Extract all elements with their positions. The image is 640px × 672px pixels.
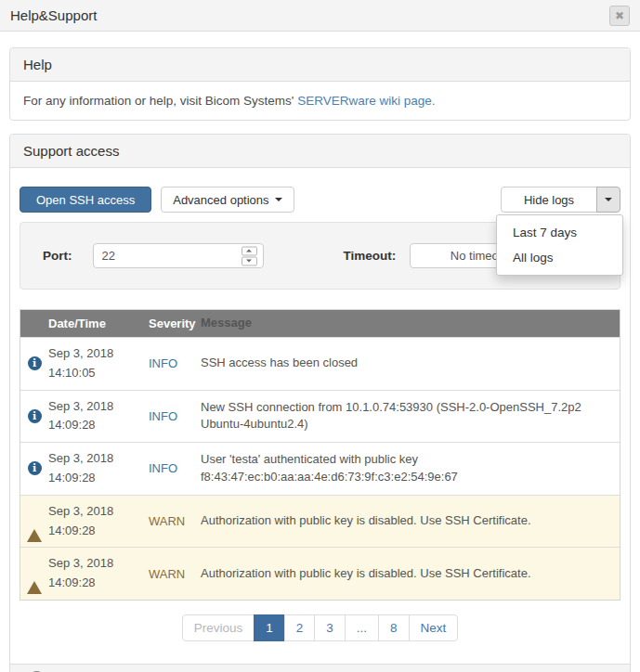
logs-dropdown-item[interactable]: All logs	[497, 245, 622, 270]
header-date-time: Date/Time	[48, 317, 149, 330]
chevron-down-icon	[275, 198, 282, 201]
log-date: Sep 3, 2018	[48, 554, 149, 574]
port-input[interactable]	[93, 243, 264, 268]
log-severity: INFO	[149, 356, 191, 370]
log-table: Date/Time Severity Message i ! Sep 3, 20…	[20, 309, 620, 601]
help-panel: Help For any information or help, visit …	[9, 47, 631, 121]
dialog-content: Help For any information or help, visit …	[0, 32, 640, 672]
port-field-group: Port:	[43, 243, 264, 268]
logs-dropdown-toggle[interactable]	[596, 187, 620, 213]
ssh-status-bar: SSH access is closed.	[10, 664, 630, 672]
support-panel-body: Open SSH access Advanced options Hide lo…	[10, 168, 630, 653]
log-table-row: i ! Sep 3, 2018 14:09:28 WARN Authorizat…	[20, 495, 620, 548]
header-message: Message	[191, 315, 620, 332]
port-label: Port:	[43, 249, 72, 263]
dialog-titlebar: Help&Support ✖	[0, 0, 640, 32]
log-table-row: i ! Sep 3, 2018 14:10:05 INFO SSH access…	[20, 337, 620, 390]
log-date: Sep 3, 2018	[48, 397, 149, 417]
log-severity: INFO	[149, 409, 191, 423]
open-ssh-access-button[interactable]: Open SSH access	[20, 187, 151, 213]
support-access-panel: Support access Open SSH access Advanced …	[9, 134, 631, 672]
advanced-options-label: Advanced options	[173, 193, 268, 207]
dialog-title: Help&Support	[10, 7, 97, 23]
pagination: Previous 1 2 3 ... 8 Next	[20, 614, 620, 641]
log-message: New SSH connection from 10.1.0.74:53930 …	[191, 399, 620, 434]
header-severity: Severity	[149, 317, 191, 330]
log-table-row: i ! Sep 3, 2018 14:09:28 INFO User 'test…	[20, 442, 620, 495]
log-time: 14:10:05	[48, 364, 149, 383]
log-date: Sep 3, 2018	[48, 502, 149, 522]
close-icon[interactable]: ✖	[609, 6, 630, 26]
serverware-wiki-link[interactable]: SERVERware wiki page.	[297, 94, 435, 108]
pagination-item[interactable]: Next	[410, 614, 459, 641]
logs-dropdown-item[interactable]: Last 7 days	[497, 220, 622, 245]
log-message: Authorization with public key is disable…	[191, 512, 620, 530]
hide-logs-button[interactable]: Hide logs	[501, 187, 597, 213]
info-icon: i	[28, 356, 42, 370]
log-table-header: Date/Time Severity Message	[20, 310, 620, 337]
log-time: 14:09:28	[48, 416, 149, 435]
log-date: Sep 3, 2018	[48, 344, 149, 364]
info-icon: i	[28, 461, 42, 475]
pagination-item[interactable]: Previous	[182, 614, 255, 641]
advanced-options-button[interactable]: Advanced options	[161, 187, 294, 213]
log-time: 14:09:28	[48, 574, 149, 593]
log-severity: WARN	[149, 567, 191, 581]
pagination-item[interactable]: 3	[315, 614, 346, 641]
log-message: Authorization with public key is disable…	[191, 565, 620, 583]
log-message: SSH access has been closed	[191, 355, 620, 372]
timeout-label: Timeout:	[344, 249, 397, 263]
log-table-body: i ! Sep 3, 2018 14:10:05 INFO SSH access…	[20, 337, 620, 600]
logs-split-button: Hide logs	[501, 187, 620, 213]
help-text: For any information or help, visit Bicom…	[23, 94, 297, 108]
warning-icon: !	[27, 567, 42, 580]
pagination-item[interactable]: ...	[346, 614, 379, 641]
log-severity: INFO	[149, 461, 191, 475]
help-panel-heading: Help	[10, 48, 630, 82]
pagination-item[interactable]: 8	[379, 614, 410, 641]
support-toolbar: Open SSH access Advanced options Hide lo…	[20, 187, 620, 213]
info-icon: i	[28, 409, 42, 423]
chevron-down-icon	[605, 198, 612, 201]
log-date: Sep 3, 2018	[48, 449, 149, 469]
log-table-row: i ! Sep 3, 2018 14:09:28 WARN Authorizat…	[20, 547, 620, 600]
pagination-item[interactable]: 1	[255, 614, 285, 641]
log-table-row: i ! Sep 3, 2018 14:09:28 INFO New SSH co…	[20, 390, 620, 443]
port-input-wrap	[93, 243, 264, 268]
pagination-item[interactable]: 2	[285, 614, 316, 641]
log-severity: WARN	[149, 514, 191, 528]
stepper-up-icon[interactable]	[242, 246, 257, 255]
log-time: 14:09:28	[48, 469, 149, 488]
stepper-down-icon[interactable]	[242, 256, 257, 265]
warning-icon: !	[27, 515, 42, 528]
log-message: User 'testa' authenticated with public k…	[191, 451, 620, 486]
logs-dropdown-menu: Last 7 daysAll logs	[496, 214, 623, 276]
support-panel-heading: Support access	[10, 135, 630, 168]
log-time: 14:09:28	[48, 522, 149, 541]
port-stepper	[242, 246, 257, 265]
help-panel-body: For any information or help, visit Bicom…	[10, 82, 630, 120]
